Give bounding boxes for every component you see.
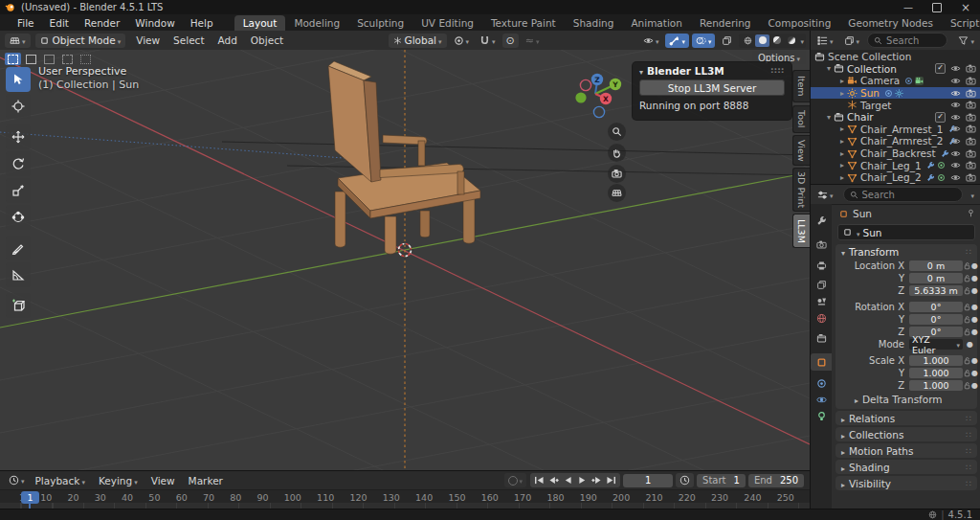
value-field[interactable]: 0 m [909, 260, 963, 271]
sidebar-tab-view[interactable]: View [792, 135, 810, 166]
render-visibility-icon[interactable] [966, 160, 976, 170]
shading-dropdown[interactable] [798, 34, 804, 47]
timeline-editor-type[interactable] [5, 473, 29, 487]
eye-icon[interactable] [950, 172, 961, 183]
pan-hand-button[interactable] [608, 144, 626, 162]
lock-icon[interactable] [963, 328, 971, 336]
lock-icon[interactable] [963, 274, 971, 283]
shading-solid[interactable] [755, 34, 769, 47]
transform-orientation[interactable]: Global [389, 34, 447, 48]
expand-icon[interactable]: ▸ [837, 173, 847, 182]
lock-icon[interactable] [963, 286, 971, 295]
shading-rendered[interactable] [784, 34, 798, 47]
render-visibility-icon[interactable] [966, 63, 976, 74]
animate-dot-icon[interactable]: ● [971, 356, 978, 365]
outliner-filter-collection[interactable] [840, 34, 864, 48]
properties-search[interactable]: Search [843, 187, 964, 202]
menu-item[interactable]: Edit [42, 16, 77, 30]
collection-checkbox[interactable]: ✓ [935, 112, 946, 123]
workspace-tab[interactable]: Compositing [760, 15, 840, 31]
select-mode-intersect[interactable] [78, 53, 94, 65]
eye-icon[interactable] [950, 112, 961, 123]
lock-icon[interactable] [963, 261, 971, 270]
delta-transform-subsection[interactable]: Delta Transform [835, 392, 977, 406]
select-box-tool[interactable] [6, 67, 31, 92]
value-field[interactable]: 5.6333 m [909, 285, 963, 296]
shading-wireframe[interactable] [741, 34, 755, 47]
tab-render[interactable] [811, 236, 832, 253]
lock-icon[interactable] [963, 303, 971, 311]
select-mode-invert[interactable] [59, 53, 76, 65]
workspace-tab[interactable]: UV Editing [412, 15, 482, 31]
keying-menu[interactable]: Keying [92, 475, 145, 486]
properties-options-dropdown[interactable] [969, 189, 974, 201]
outliner-row-chair-backrest[interactable]: ▸ Chair_Backrest [811, 147, 980, 160]
select-mode-set[interactable] [5, 53, 21, 65]
render-visibility-icon[interactable] [966, 76, 976, 86]
tab-physics[interactable] [811, 391, 832, 408]
select-mode-subtract[interactable] [41, 53, 57, 65]
eye-icon[interactable] [950, 148, 961, 159]
outliner-row-collection[interactable]: ▾ Collection ✓ [811, 63, 980, 76]
workspace-tab[interactable]: Sculpting [348, 15, 412, 31]
measure-tool[interactable] [6, 262, 31, 287]
menu-item[interactable]: Help [183, 16, 221, 30]
drag-handle-icon[interactable]: ∷∷ [770, 66, 785, 76]
proportional-editing-toggle[interactable]: ⊙ [502, 34, 519, 48]
outliner-search[interactable]: Search [867, 33, 947, 48]
play-reverse-button[interactable] [561, 474, 575, 486]
navigation-gizmo[interactable]: Z Y X [575, 74, 621, 118]
render-visibility-icon[interactable] [966, 124, 976, 134]
view-menu[interactable]: View [145, 475, 182, 486]
tab-object[interactable] [811, 353, 832, 371]
camera-view-button[interactable] [608, 165, 626, 183]
animate-dot-icon[interactable]: ● [971, 261, 978, 270]
tab-view-layer[interactable] [811, 276, 832, 293]
outliner-row-scene-collection[interactable]: Scene Collection [811, 51, 980, 63]
render-visibility-icon[interactable] [966, 112, 976, 123]
mode-selector[interactable]: Object Mode [35, 34, 126, 48]
sidebar-tab-3dprint[interactable]: 3D Print [792, 168, 810, 212]
tab-tool[interactable] [811, 212, 832, 229]
outliner-filter-button[interactable] [954, 34, 978, 48]
animate-dot-icon[interactable]: ● [971, 286, 978, 295]
outliner-row-chair-armrest-2[interactable]: ▸ Chair_Armrest_2 [811, 135, 980, 147]
show-overlays-toggle[interactable] [692, 34, 716, 48]
eye-icon[interactable] [950, 100, 961, 110]
transform-panel-header[interactable]: Transform ∷ [835, 244, 977, 260]
properties-section-header[interactable]: Relations ∷ [835, 411, 977, 425]
scale-tool[interactable] [6, 178, 31, 203]
render-visibility-icon[interactable] [966, 148, 976, 159]
outliner-display-mode[interactable] [813, 34, 837, 48]
eye-icon[interactable] [950, 160, 961, 170]
playback-menu[interactable]: Playback [29, 475, 92, 486]
value-field[interactable]: 0 m [909, 273, 963, 283]
expand-icon[interactable]: ▸ [837, 77, 847, 85]
collection-checkbox[interactable]: ✓ [935, 63, 946, 74]
menu-item[interactable]: File [10, 16, 42, 30]
tab-output[interactable] [811, 257, 832, 274]
value-field[interactable]: 1.000 [909, 368, 963, 378]
gizmo-minus-y[interactable] [575, 92, 586, 102]
menu-item[interactable]: Render [77, 16, 127, 30]
render-visibility-icon[interactable] [966, 100, 976, 110]
render-visibility-icon[interactable] [966, 88, 976, 99]
menu-item[interactable]: Window [127, 16, 182, 30]
snap-target-button[interactable] [450, 34, 474, 48]
animate-dot-icon[interactable]: ● [971, 369, 978, 377]
show-gizmo-toggle[interactable] [665, 34, 689, 48]
value-field[interactable]: 0° [909, 302, 963, 312]
next-keyframe-button[interactable] [590, 474, 604, 486]
tab-scene[interactable] [811, 292, 832, 309]
properties-section-header[interactable]: Motion Paths ∷ [835, 443, 977, 458]
outliner-row-sun[interactable]: ▸ Sun [811, 87, 980, 100]
annotate-tool[interactable] [6, 236, 31, 260]
lock-icon[interactable] [963, 369, 971, 377]
use-preview-range-toggle[interactable] [676, 473, 694, 487]
outliner-row-chair-leg-1[interactable]: ▸ Chair_Leg_1 [811, 159, 980, 171]
gizmo-minus-x[interactable] [580, 79, 590, 90]
transform-tool[interactable] [6, 205, 31, 230]
lock-icon[interactable] [963, 381, 971, 390]
breadcrumb-object[interactable]: Sun [853, 208, 872, 219]
properties-editor-type[interactable] [813, 188, 837, 202]
